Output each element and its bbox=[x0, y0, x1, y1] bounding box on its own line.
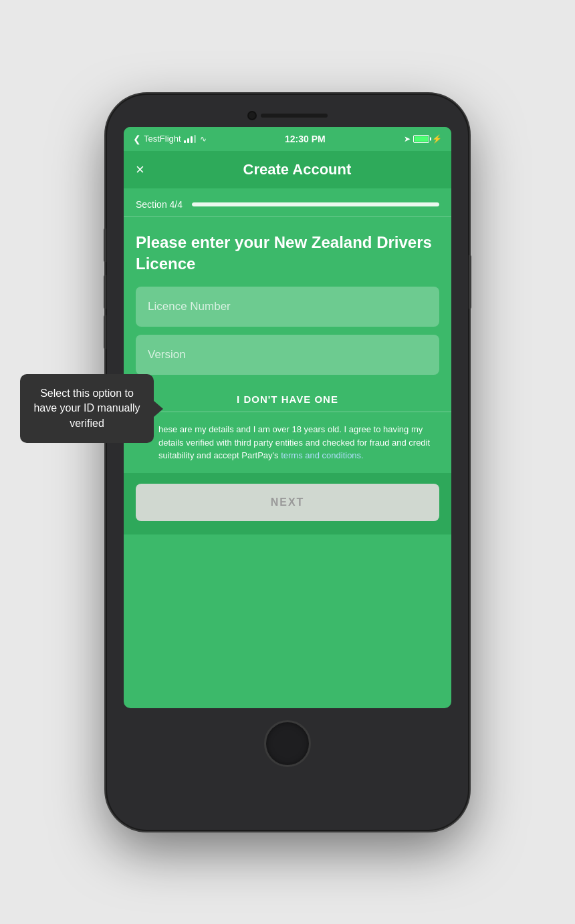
version-field[interactable] bbox=[136, 335, 439, 375]
agreement-area: hese are my details and I am over 18 yea… bbox=[136, 412, 439, 473]
camera bbox=[247, 111, 257, 120]
status-left: ❮ TestFlight ∿ bbox=[133, 134, 207, 144]
progress-fill bbox=[192, 202, 439, 206]
status-right: ➤ ⚡ bbox=[404, 134, 442, 144]
section-progress-area: Section 4/4 bbox=[136, 188, 439, 216]
signal-bars-icon bbox=[184, 135, 196, 143]
back-arrow-icon: ❮ bbox=[133, 134, 141, 144]
tooltip: Select this option to have your ID manua… bbox=[20, 374, 154, 443]
phone-shell: ❮ TestFlight ∿ 12:30 PM ➤ bbox=[107, 95, 468, 830]
app-name: TestFlight bbox=[144, 134, 181, 144]
divider-top bbox=[124, 216, 451, 217]
progress-track bbox=[192, 202, 439, 206]
tooltip-text: Select this option to have your ID manua… bbox=[33, 388, 140, 429]
page-title: Create Account bbox=[155, 161, 439, 178]
status-bar: ❮ TestFlight ∿ 12:30 PM ➤ bbox=[124, 127, 451, 151]
dont-have-button[interactable]: I DON'T HAVE ONE bbox=[136, 383, 439, 412]
wifi-icon: ∿ bbox=[200, 134, 207, 144]
form-heading: Please enter your New Zealand Drivers Li… bbox=[136, 232, 439, 275]
battery-icon bbox=[413, 135, 429, 143]
speaker bbox=[261, 114, 328, 118]
home-button[interactable] bbox=[264, 720, 311, 767]
licence-number-field[interactable] bbox=[136, 287, 439, 327]
screen: ❮ TestFlight ∿ 12:30 PM ➤ bbox=[124, 127, 451, 708]
nav-bar: × Create Account bbox=[124, 151, 451, 188]
agreement-text: hese are my details and I am over 18 yea… bbox=[158, 423, 439, 462]
location-icon: ➤ bbox=[404, 134, 411, 144]
version-input[interactable] bbox=[148, 348, 427, 361]
close-button[interactable]: × bbox=[136, 161, 144, 178]
terms-link[interactable]: terms and conditions. bbox=[281, 450, 364, 460]
phone-top bbox=[107, 95, 468, 120]
status-time: 12:30 PM bbox=[285, 134, 326, 144]
licence-number-input[interactable] bbox=[148, 300, 427, 313]
content-area: Section 4/4 Please enter your New Zealan… bbox=[124, 188, 451, 534]
scene: Select this option to have your ID manua… bbox=[0, 0, 575, 924]
section-label: Section 4/4 bbox=[136, 199, 183, 210]
bottom-section: NEXT bbox=[124, 473, 451, 534]
charging-icon: ⚡ bbox=[432, 134, 442, 144]
next-button[interactable]: NEXT bbox=[136, 484, 439, 521]
